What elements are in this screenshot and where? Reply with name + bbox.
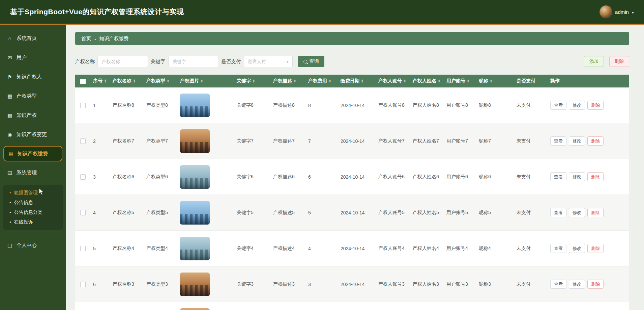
- column-header-缴费日期[interactable]: 缴费日期: [338, 75, 376, 87]
- column-header-产权名称[interactable]: 产权名称: [110, 75, 144, 87]
- sidebar-item-知识产权变更[interactable]: ◉知识产权变更: [0, 125, 66, 144]
- sidebar-submenu: 轮播图管理公告信息公告信息分类在线投诉: [3, 185, 63, 230]
- delete-row-button[interactable]: 删除: [587, 101, 604, 110]
- edit-button[interactable]: 修改: [569, 244, 585, 253]
- sidebar-item-知识产权缴费[interactable]: ▦知识产权缴费: [3, 146, 62, 161]
- sidebar-item-知识产权人[interactable]: ⚑知识产权人: [0, 67, 66, 86]
- sidebar-subitem-label: 在线投诉: [14, 219, 33, 225]
- property-image[interactable]: [180, 165, 210, 189]
- sort-icon[interactable]: [438, 79, 440, 83]
- edit-button[interactable]: 修改: [569, 136, 585, 146]
- sort-icon[interactable]: [490, 79, 492, 83]
- delete-row-button[interactable]: 删除: [587, 208, 604, 217]
- view-button[interactable]: 查看: [550, 172, 566, 181]
- sidebar-item-知识产权[interactable]: ▦知识产权: [0, 106, 66, 125]
- sidebar-item-产权类型[interactable]: ▦产权类型: [0, 86, 66, 106]
- pay-status-select[interactable]: 是否支付: [244, 56, 293, 67]
- name-filter-input[interactable]: [97, 56, 148, 67]
- breadcrumb-home[interactable]: 首页: [81, 35, 91, 42]
- filter-toolbar: 产权名称 关键字 是否支付 是否支付 查询 添加 删除: [75, 56, 629, 67]
- edit-button[interactable]: 修改: [569, 280, 585, 289]
- username: admin: [615, 9, 629, 15]
- user-menu[interactable]: admin: [600, 6, 634, 18]
- column-label: 产权类型: [146, 78, 165, 83]
- keyword-filter-input[interactable]: [168, 56, 219, 67]
- delete-row-button[interactable]: 删除: [587, 172, 604, 181]
- sort-icon[interactable]: [104, 79, 107, 83]
- row-checkbox[interactable]: [80, 103, 86, 108]
- date-cell: [338, 302, 376, 310]
- column-header-用户账号[interactable]: 用户账号: [444, 75, 476, 87]
- row-checkbox[interactable]: [80, 210, 86, 215]
- desc-cell: 产权描述4: [270, 231, 305, 266]
- sidebar-item-label: 知识产权: [17, 112, 37, 119]
- paid-cell: 未支付: [514, 266, 548, 302]
- search-button[interactable]: 查询: [298, 56, 324, 67]
- actions-cell: 查看修改删除: [548, 266, 629, 302]
- row-checkbox[interactable]: [80, 174, 86, 180]
- property-image[interactable]: [180, 237, 210, 260]
- date-cell: 2024-10-14: [338, 195, 376, 231]
- image-cell: [177, 159, 234, 195]
- column-header-产权人账号[interactable]: 产权人账号: [376, 75, 410, 87]
- sort-icon[interactable]: [361, 79, 363, 83]
- sort-icon[interactable]: [329, 79, 331, 83]
- row-checkbox[interactable]: [80, 138, 86, 144]
- column-header-产权描述[interactable]: 产权描述: [270, 75, 305, 87]
- sort-icon[interactable]: [467, 79, 469, 83]
- user-cell: [444, 302, 476, 310]
- view-button[interactable]: 查看: [550, 136, 566, 146]
- sidebar-subitem-公告信息[interactable]: 公告信息: [3, 198, 63, 207]
- type-cell: 产权类型8: [144, 87, 177, 123]
- sidebar-item-用户[interactable]: ✉用户: [0, 48, 66, 67]
- property-image[interactable]: [180, 94, 210, 117]
- type-cell: 产权类型7: [144, 123, 177, 159]
- date-cell: 2024-10-14: [338, 266, 376, 302]
- row-checkbox-cell: [75, 231, 90, 266]
- sidebar-item-系统管理[interactable]: ▤系统管理: [0, 163, 66, 182]
- column-header-昵称[interactable]: 昵称: [476, 75, 514, 87]
- column-header-关键字[interactable]: 关键字: [234, 75, 270, 87]
- user-cell: 用户账号7: [444, 123, 476, 159]
- column-header-产权人姓名[interactable]: 产权人姓名: [410, 75, 444, 87]
- property-image[interactable]: [180, 273, 210, 296]
- delete-row-button[interactable]: 删除: [587, 280, 604, 289]
- sort-icon[interactable]: [404, 79, 406, 83]
- view-button[interactable]: 查看: [550, 101, 566, 110]
- sort-icon[interactable]: [294, 79, 296, 83]
- sidebar-subitem-轮播图管理[interactable]: 轮播图管理: [3, 188, 63, 198]
- row-checkbox[interactable]: [80, 282, 86, 287]
- column-header-产权费用[interactable]: 产权费用: [305, 75, 338, 87]
- owner-cell: 产权人姓名7: [410, 123, 444, 159]
- seq-cell: 2: [90, 123, 110, 159]
- sidebar-subitem-在线投诉[interactable]: 在线投诉: [3, 217, 63, 227]
- sidebar-item-profile[interactable]: ▢ 个人中心: [0, 236, 66, 255]
- sidebar-subitem-公告信息分类[interactable]: 公告信息分类: [3, 207, 63, 217]
- view-button[interactable]: 查看: [550, 208, 566, 217]
- property-image[interactable]: [180, 201, 210, 225]
- property-image[interactable]: [180, 129, 210, 153]
- delete-row-button[interactable]: 删除: [587, 244, 604, 253]
- edit-button[interactable]: 修改: [569, 208, 585, 217]
- sort-icon[interactable]: [201, 79, 203, 83]
- row-checkbox[interactable]: [80, 246, 86, 251]
- sort-icon[interactable]: [253, 79, 255, 83]
- edit-button[interactable]: 修改: [569, 172, 585, 181]
- view-button[interactable]: 查看: [550, 280, 566, 289]
- select-all-checkbox[interactable]: [80, 79, 86, 84]
- actions-cell: 查看修改删除: [548, 302, 629, 310]
- view-button[interactable]: 查看: [550, 244, 566, 253]
- sort-icon[interactable]: [167, 79, 169, 83]
- column-header-序号[interactable]: 序号: [90, 75, 110, 87]
- column-header-产权类型[interactable]: 产权类型: [144, 75, 177, 87]
- delete-button[interactable]: 删除: [609, 56, 629, 67]
- sidebar-item-系统首页[interactable]: ⌂系统首页: [0, 29, 66, 48]
- property-image[interactable]: [180, 308, 210, 310]
- table-row: 6产权名称3产权类型3关键字3产权描述332024-10-14产权人账号3产权人…: [75, 266, 629, 302]
- delete-row-button[interactable]: 删除: [587, 136, 604, 146]
- add-button[interactable]: 添加: [584, 56, 604, 67]
- column-header-产权图片[interactable]: 产权图片: [177, 75, 234, 87]
- sort-icon[interactable]: [133, 79, 136, 83]
- avatar[interactable]: [600, 6, 612, 18]
- edit-button[interactable]: 修改: [569, 101, 585, 110]
